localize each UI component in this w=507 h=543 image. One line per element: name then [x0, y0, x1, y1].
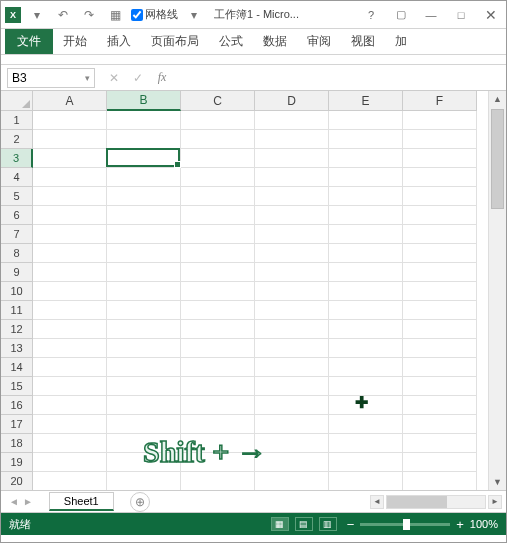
cell-E5[interactable] — [329, 187, 403, 206]
close-button[interactable]: ✕ — [476, 1, 506, 29]
file-tab[interactable]: 文件 — [5, 29, 53, 54]
cell-B20[interactable] — [107, 472, 181, 491]
row-header-14[interactable]: 14 — [1, 358, 33, 377]
view-normal-button[interactable]: ▦ — [271, 517, 289, 531]
cell-E2[interactable] — [329, 130, 403, 149]
view-page-layout-button[interactable]: ▤ — [295, 517, 313, 531]
cell-B19[interactable] — [107, 453, 181, 472]
cell-D2[interactable] — [255, 130, 329, 149]
cell-E9[interactable] — [329, 263, 403, 282]
cell-E7[interactable] — [329, 225, 403, 244]
cell-B9[interactable] — [107, 263, 181, 282]
cell-F5[interactable] — [403, 187, 477, 206]
row-header-20[interactable]: 20 — [1, 472, 33, 491]
hscroll-left[interactable]: ◄ — [370, 495, 384, 509]
cell-D16[interactable] — [255, 396, 329, 415]
gridlines-checkbox[interactable]: 网格线 — [131, 7, 178, 22]
cell-A8[interactable] — [33, 244, 107, 263]
cell-F18[interactable] — [403, 434, 477, 453]
table-icon[interactable]: ▦ — [105, 5, 125, 25]
cell-D18[interactable] — [255, 434, 329, 453]
cell-F7[interactable] — [403, 225, 477, 244]
cell-C16[interactable] — [181, 396, 255, 415]
name-box-dropdown-icon[interactable]: ▾ — [85, 73, 90, 83]
cell-C1[interactable] — [181, 111, 255, 130]
cell-E15[interactable] — [329, 377, 403, 396]
maximize-button[interactable]: □ — [446, 1, 476, 29]
cell-A2[interactable] — [33, 130, 107, 149]
cell-C5[interactable] — [181, 187, 255, 206]
cell-C13[interactable] — [181, 339, 255, 358]
row-header-19[interactable]: 19 — [1, 453, 33, 472]
select-all-button[interactable] — [1, 91, 33, 111]
cell-B12[interactable] — [107, 320, 181, 339]
column-header-E[interactable]: E — [329, 91, 403, 111]
cell-C18[interactable] — [181, 434, 255, 453]
cell-B7[interactable] — [107, 225, 181, 244]
cell-D12[interactable] — [255, 320, 329, 339]
add-sheet-button[interactable]: ⊕ — [130, 492, 150, 512]
redo-button[interactable]: ↷ — [79, 5, 99, 25]
tab-addins[interactable]: 加 — [385, 29, 417, 54]
gridlines-check-input[interactable] — [131, 9, 143, 21]
vertical-scrollbar[interactable]: ▲ ▼ — [488, 91, 506, 490]
cell-D3[interactable] — [255, 149, 329, 168]
cell-C4[interactable] — [181, 168, 255, 187]
cell-A17[interactable] — [33, 415, 107, 434]
cell-F12[interactable] — [403, 320, 477, 339]
cell-F16[interactable] — [403, 396, 477, 415]
row-header-16[interactable]: 16 — [1, 396, 33, 415]
cell-F11[interactable] — [403, 301, 477, 320]
cell-B5[interactable] — [107, 187, 181, 206]
cell-D10[interactable] — [255, 282, 329, 301]
column-header-B[interactable]: B — [107, 91, 181, 111]
save-icon[interactable]: ▾ — [27, 5, 47, 25]
cell-D7[interactable] — [255, 225, 329, 244]
cell-D13[interactable] — [255, 339, 329, 358]
tab-review[interactable]: 审阅 — [297, 29, 341, 54]
row-header-10[interactable]: 10 — [1, 282, 33, 301]
cell-B6[interactable] — [107, 206, 181, 225]
row-header-18[interactable]: 18 — [1, 434, 33, 453]
cell-D6[interactable] — [255, 206, 329, 225]
cell-E3[interactable] — [329, 149, 403, 168]
cell-A9[interactable] — [33, 263, 107, 282]
hscroll-thumb[interactable] — [387, 496, 447, 508]
formula-bar-input[interactable] — [175, 68, 506, 88]
cell-E20[interactable] — [329, 472, 403, 491]
cell-F10[interactable] — [403, 282, 477, 301]
cell-C9[interactable] — [181, 263, 255, 282]
cell-A16[interactable] — [33, 396, 107, 415]
row-header-2[interactable]: 2 — [1, 130, 33, 149]
cell-F6[interactable] — [403, 206, 477, 225]
cell-C15[interactable] — [181, 377, 255, 396]
cell-D20[interactable] — [255, 472, 329, 491]
cell-A15[interactable] — [33, 377, 107, 396]
scroll-down-button[interactable]: ▼ — [489, 474, 506, 490]
cell-D14[interactable] — [255, 358, 329, 377]
cell-B11[interactable] — [107, 301, 181, 320]
cell-F13[interactable] — [403, 339, 477, 358]
cell-E8[interactable] — [329, 244, 403, 263]
cell-C3[interactable] — [181, 149, 255, 168]
cell-E14[interactable] — [329, 358, 403, 377]
cell-D1[interactable] — [255, 111, 329, 130]
cell-E1[interactable] — [329, 111, 403, 130]
cell-F20[interactable] — [403, 472, 477, 491]
cell-F19[interactable] — [403, 453, 477, 472]
tab-home[interactable]: 开始 — [53, 29, 97, 54]
cell-E4[interactable] — [329, 168, 403, 187]
row-header-7[interactable]: 7 — [1, 225, 33, 244]
cell-F9[interactable] — [403, 263, 477, 282]
cell-B16[interactable] — [107, 396, 181, 415]
cell-A6[interactable] — [33, 206, 107, 225]
cell-C17[interactable] — [181, 415, 255, 434]
cell-E6[interactable] — [329, 206, 403, 225]
cell-B10[interactable] — [107, 282, 181, 301]
sheet-nav-next[interactable]: ► — [23, 496, 33, 507]
cell-F14[interactable] — [403, 358, 477, 377]
ribbon-options-button[interactable]: ▢ — [386, 1, 416, 29]
cell-E11[interactable] — [329, 301, 403, 320]
cell-F1[interactable] — [403, 111, 477, 130]
cell-A7[interactable] — [33, 225, 107, 244]
